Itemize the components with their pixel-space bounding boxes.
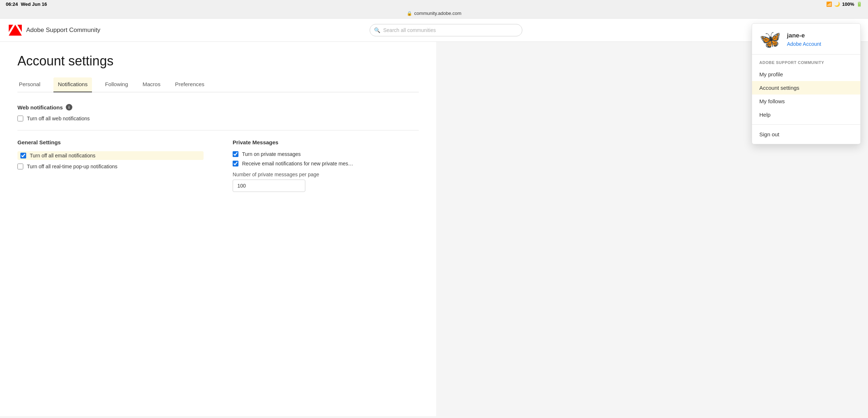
email-notifications-checkbox[interactable] bbox=[20, 153, 26, 158]
general-settings-col: General Settings Turn off all email noti… bbox=[17, 139, 204, 192]
web-notifications-label: Web notifications i bbox=[17, 104, 419, 110]
dropdown-divider bbox=[752, 124, 860, 125]
dropdown-my-follows[interactable]: My follows bbox=[752, 95, 860, 108]
site-name: Adobe Support Community bbox=[26, 27, 100, 34]
dropdown-username: jane-e bbox=[787, 32, 821, 39]
dropdown-sign-out[interactable]: Sign out bbox=[752, 128, 860, 141]
dropdown-my-profile[interactable]: My profile bbox=[752, 68, 860, 81]
messages-count-input[interactable] bbox=[233, 180, 305, 192]
url-bar: 🔒 community.adobe.com bbox=[0, 8, 868, 19]
private-messages-title: Private Messages bbox=[233, 139, 419, 145]
battery-percent: 100% bbox=[842, 1, 854, 7]
tab-following[interactable]: Following bbox=[104, 77, 129, 92]
status-bar-right: 📶 🌙 100% 🔋 bbox=[826, 1, 862, 7]
web-notifications-checkbox-label: Turn off all web notifications bbox=[27, 116, 90, 121]
web-notifications-section: Web notifications i Turn off all web not… bbox=[17, 104, 419, 121]
dropdown-user-info: jane-e Adobe Account bbox=[787, 32, 821, 47]
web-notifications-checkbox[interactable] bbox=[17, 116, 23, 121]
search-icon: 🔍 bbox=[374, 27, 380, 33]
search-input[interactable] bbox=[370, 24, 522, 36]
battery-icon: 🔋 bbox=[856, 1, 862, 7]
dropdown-user-section: 🦋 jane-e Adobe Account bbox=[752, 31, 860, 55]
wifi-icon: 📶 bbox=[826, 1, 832, 7]
logo-area: Adobe Support Community bbox=[9, 25, 100, 36]
main-content: Account settings Personal Notifications … bbox=[0, 42, 436, 416]
dropdown-account-settings[interactable]: Account settings bbox=[752, 81, 860, 95]
general-settings-row-1: Turn off all real-time pop-up notificati… bbox=[17, 164, 204, 169]
web-notifications-row: Turn off all web notifications bbox=[17, 116, 419, 121]
general-settings-title: General Settings bbox=[17, 139, 204, 145]
dropdown-adobe-account-link[interactable]: Adobe Account bbox=[787, 41, 821, 47]
email-notifications-label: Turn off all email notifications bbox=[30, 153, 96, 158]
adobe-logo-icon[interactable] bbox=[9, 25, 22, 36]
dropdown-section-label: ADOBE SUPPORT COMMUNITY bbox=[752, 55, 860, 68]
user-dropdown: 🦋 jane-e Adobe Account ADOBE SUPPORT COM… bbox=[752, 23, 861, 144]
lock-icon: 🔒 bbox=[407, 11, 412, 16]
tab-macros[interactable]: Macros bbox=[141, 77, 162, 92]
general-settings-row-0: Turn off all email notifications bbox=[17, 151, 204, 160]
email-new-private-messages-checkbox[interactable] bbox=[233, 161, 238, 166]
turn-on-private-messages-checkbox[interactable] bbox=[233, 151, 238, 157]
popup-notifications-checkbox[interactable] bbox=[17, 164, 23, 169]
popup-notifications-label: Turn off all real-time pop-up notificati… bbox=[27, 164, 117, 169]
top-nav: Adobe Support Community 🔍 ✉️ 1 Unread 🔔 … bbox=[0, 19, 868, 42]
dropdown-avatar: 🦋 bbox=[759, 31, 781, 48]
private-messages-row-0: Turn on private messages bbox=[233, 151, 419, 157]
tab-personal[interactable]: Personal bbox=[17, 77, 42, 92]
status-time: 06:24 bbox=[6, 1, 18, 7]
status-date: Wed Jun 16 bbox=[21, 1, 47, 7]
email-new-private-messages-label: Receive email notifications for new priv… bbox=[242, 161, 353, 166]
private-messages-col: Private Messages Turn on private message… bbox=[233, 139, 419, 192]
status-bar: 06:24 Wed Jun 16 📶 🌙 100% 🔋 bbox=[0, 0, 868, 8]
dropdown-help[interactable]: Help bbox=[752, 108, 860, 121]
turn-on-private-messages-label: Turn on private messages bbox=[242, 151, 301, 157]
page-title: Account settings bbox=[17, 53, 419, 69]
two-col-section: General Settings Turn off all email noti… bbox=[17, 139, 419, 192]
info-icon[interactable]: i bbox=[66, 104, 72, 110]
private-messages-row-1: Receive email notifications for new priv… bbox=[233, 161, 419, 166]
section-divider bbox=[17, 130, 419, 130]
tab-preferences[interactable]: Preferences bbox=[173, 77, 206, 92]
search-wrapper: 🔍 bbox=[370, 24, 522, 36]
moon-icon: 🌙 bbox=[834, 1, 840, 7]
messages-count-label: Number of private messages per page bbox=[233, 172, 419, 177]
tabs: Personal Notifications Following Macros … bbox=[17, 77, 419, 92]
status-bar-left: 06:24 Wed Jun 16 bbox=[6, 1, 47, 7]
url-text: community.adobe.com bbox=[414, 11, 462, 16]
tab-notifications[interactable]: Notifications bbox=[53, 77, 92, 92]
search-bar: 🔍 bbox=[100, 24, 792, 36]
